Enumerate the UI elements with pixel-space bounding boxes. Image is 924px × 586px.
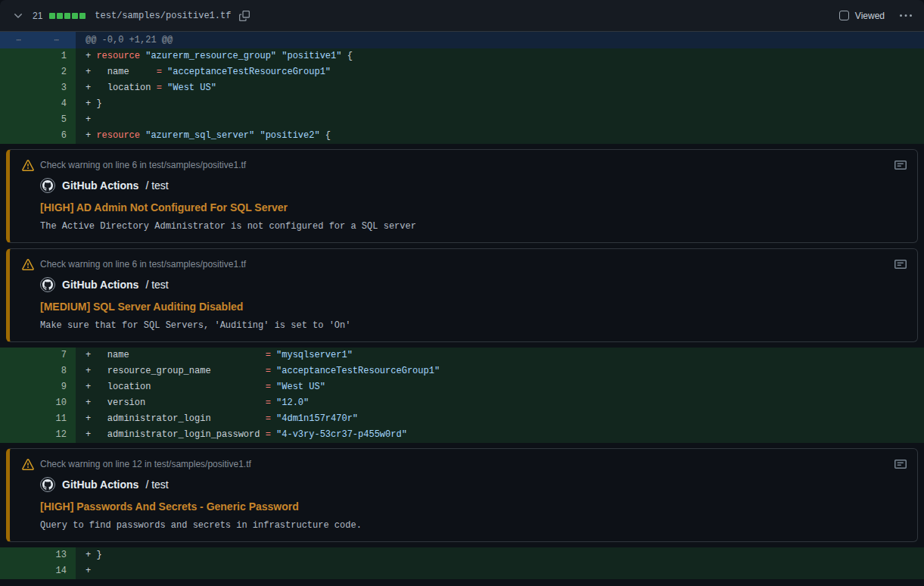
annotation-description: Query to find passwords and secrets in i… — [40, 520, 907, 531]
diff-line: 3+ location = "West US" — [0, 80, 924, 96]
file-header-left: 21 test/samples/positive1.tf — [11, 8, 251, 23]
annotation-note-icon — [894, 159, 907, 171]
code-segment: "azurerm_resource_group" — [145, 51, 276, 61]
github-avatar-icon — [42, 279, 53, 290]
diff-line: 2+ name = "acceptanceTestResourceGroup1" — [0, 64, 924, 80]
line-number[interactable]: 9 — [0, 379, 76, 395]
line-code: + resource "azurerm_sql_server" "positiv… — [76, 128, 924, 144]
line-code: + name = "mysqlserver1" — [76, 348, 924, 363]
line-number[interactable]: 7 — [0, 348, 76, 363]
expand-dots-icon: ⋯ — [38, 32, 76, 48]
annotation-note-button[interactable] — [894, 258, 907, 270]
annotation-body: Check warning on line 12 in test/samples… — [10, 449, 917, 541]
diff-line: 6+ resource "azurerm_sql_server" "positi… — [0, 128, 924, 144]
line-code: + name = "acceptanceTestResourceGroup1" — [76, 64, 924, 80]
line-number[interactable]: 12 — [0, 427, 76, 443]
line-number[interactable]: 8 — [0, 363, 76, 379]
diffstat-block — [72, 13, 78, 19]
code-segment — [271, 397, 276, 408]
code-segment: resource — [96, 130, 140, 141]
annotation-header-text: Check warning on line 6 in test/samples/… — [40, 258, 888, 270]
diffstat-block — [79, 13, 86, 19]
diff-line: 10+ version = "12.0" — [0, 395, 924, 411]
line-code: + administrator_login_password = "4-v3ry… — [76, 427, 924, 443]
github-avatar — [40, 477, 55, 492]
code-segment: + — [86, 114, 91, 125]
annotation-header: Check warning on line 6 in test/samples/… — [22, 258, 907, 271]
annotation-note-button[interactable] — [894, 458, 907, 470]
diff-line: 12+ administrator_login_password = "4-v3… — [0, 427, 924, 443]
annotation-header-text: Check warning on line 12 in test/samples… — [40, 458, 888, 470]
code-segment — [271, 413, 276, 424]
code-segment: "mysqlserver1" — [276, 350, 353, 360]
diff-line: 5+ — [0, 112, 924, 128]
code-segment: = — [266, 366, 271, 376]
line-code: + } — [76, 547, 924, 563]
line-code: + } — [76, 96, 924, 112]
diff-line: 9+ location = "West US" — [0, 379, 924, 395]
diff-line: 11+ administrator_login = "4dm1n157r470r… — [0, 411, 924, 427]
check-annotation: Check warning on line 12 in test/samples… — [6, 448, 918, 542]
annotation-note-button[interactable] — [894, 159, 907, 171]
annotation-title: [HIGH] Passwords And Secrets - Generic P… — [40, 500, 907, 513]
viewed-checkbox[interactable] — [839, 11, 849, 20]
line-number[interactable]: 11 — [0, 411, 76, 427]
diff-line: 1+ resource "azurerm_resource_group" "po… — [0, 48, 924, 64]
code-segment: "West US" — [167, 83, 216, 93]
annotations-group: Check warning on line 12 in test/samples… — [0, 443, 924, 547]
github-avatar-icon — [42, 479, 53, 490]
line-number[interactable]: 3 — [0, 80, 76, 96]
line-number[interactable]: 4 — [0, 96, 76, 112]
line-code: + — [76, 563, 924, 579]
github-avatar — [40, 277, 55, 292]
line-number[interactable]: 2 — [0, 64, 76, 80]
diff-line: 7+ name = "mysqlserver1" — [0, 348, 924, 363]
check-annotation: Check warning on line 6 in test/samples/… — [6, 149, 918, 243]
annotation-source: GitHub Actions/ test — [40, 178, 907, 193]
annotation-description: The Active Directory Administrator is no… — [40, 221, 907, 232]
line-number[interactable]: 10 — [0, 395, 76, 411]
diffstat-block — [49, 13, 55, 19]
file-options-button[interactable] — [898, 8, 913, 23]
code-segment — [271, 350, 276, 360]
line-number[interactable]: 14 — [0, 563, 76, 579]
line-code: + resource "azurerm_resource_group" "pos… — [76, 48, 924, 64]
code-segment: + — [86, 51, 96, 61]
diff-line: 14+ — [0, 563, 924, 579]
code-segment — [162, 67, 167, 77]
annotation-header: Check warning on line 6 in test/samples/… — [22, 159, 907, 172]
viewed-toggle[interactable]: Viewed — [839, 11, 885, 21]
code-segment: + — [86, 566, 91, 576]
line-number[interactable]: 1 — [0, 48, 76, 64]
file-path: test/samples/positive1.tf — [95, 11, 231, 21]
code-segment: { — [320, 130, 331, 141]
code-segment: "azurerm_sql_server" — [145, 130, 254, 141]
diff-file-container: 21 test/samples/positive1.tf Viewed ⋯⋯@@… — [0, 0, 924, 579]
code-segment: + name — [86, 350, 266, 360]
code-segment: "positive1" — [282, 51, 341, 61]
code-segment: + version — [86, 397, 266, 408]
line-code: + administrator_login = "4dm1n157r470r" — [76, 411, 924, 427]
github-avatar-icon — [42, 180, 53, 191]
collapse-file-button[interactable] — [11, 8, 26, 23]
code-segment: + resource_group_name — [86, 366, 266, 376]
code-segment: "West US" — [276, 382, 325, 392]
code-segment: + } — [86, 550, 102, 560]
file-header-right: Viewed — [839, 8, 913, 23]
code-segment: + name — [86, 67, 157, 77]
hunk-header-row: ⋯⋯@@ -0,0 +1,21 @@ — [0, 32, 924, 48]
line-code: + — [76, 112, 924, 128]
diffstat — [49, 13, 86, 19]
line-number[interactable]: 13 — [0, 547, 76, 563]
line-code: + location = "West US" — [76, 80, 924, 96]
code-segment: + } — [86, 98, 102, 109]
viewed-label: Viewed — [855, 11, 885, 21]
copy-path-button[interactable] — [238, 9, 251, 23]
line-number[interactable]: 6 — [0, 128, 76, 144]
code-segment: "12.0" — [276, 397, 309, 408]
annotation-job-name: / test — [145, 478, 168, 491]
annotations-group: Check warning on line 6 in test/samples/… — [0, 144, 924, 348]
annotation-job-name: / test — [145, 179, 168, 192]
annotation-header: Check warning on line 12 in test/samples… — [22, 458, 907, 471]
line-number[interactable]: 5 — [0, 112, 76, 128]
